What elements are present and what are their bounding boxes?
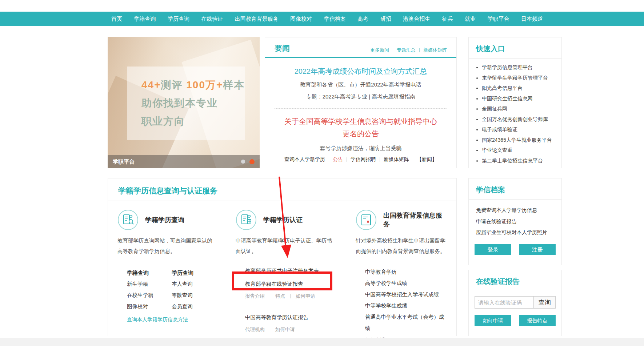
news-link[interactable]: 【新闻】	[417, 156, 437, 163]
nav-item-abroad-service[interactable]: 出国教育背景服务	[230, 12, 284, 26]
quick-link-xjxl-platform[interactable]: 学籍学历信息管理平台	[482, 62, 554, 73]
topics-link[interactable]: 专题汇总	[397, 47, 416, 53]
card2-title: 学籍学历认证	[263, 216, 303, 224]
nav-item-gaokao[interactable]: 高考	[352, 12, 373, 26]
card2-sublinks2: 代理机构 如何申请	[245, 326, 336, 333]
archive-line2: 申请在线验证报告	[476, 216, 554, 227]
separator	[290, 294, 291, 298]
nav-item-online-verify[interactable]: 在线验证	[196, 12, 228, 26]
quick-link-zhengbing-net[interactable]: 全国征兵网	[482, 104, 554, 114]
nav-item-image-check[interactable]: 图像校对	[285, 12, 317, 26]
agency-link[interactable]: 代理机构	[245, 326, 265, 333]
quick-link-intl-students[interactable]: 来华留学生学籍学历管理平台	[482, 73, 554, 83]
card3-link-list: 中等教育学历 高等学校学生成绩 中国高等学校招生入学考试成绩 中等学校学生成绩 …	[365, 266, 447, 334]
member-query-link[interactable]: 会员查询	[172, 301, 216, 312]
top-navbar: 首页 学籍查询 学历查询 在线验证 出国教育背景服务 图像校对 学信档案 高考 …	[0, 12, 644, 26]
announcement-link[interactable]: 公告	[333, 156, 343, 163]
nav-item-zhengbing[interactable]: 征兵	[437, 12, 458, 26]
news-item1-line2[interactable]: 专题：2022年高考选专业 | 高考志愿填报指南	[265, 93, 456, 100]
secondary-edu-record-link[interactable]: 中等教育学历	[365, 266, 447, 278]
news-item2-title[interactable]: 关于全国高等学校学生信息咨询与就业指导中心 更名的公告	[265, 115, 456, 140]
nav-item-jiuye[interactable]: 就业	[460, 12, 481, 26]
quick-link-24365-jobs[interactable]: 国家24365大学生就业服务平台	[482, 135, 554, 145]
quick-link-transcript-verify[interactable]: 电子成绩单验证	[482, 124, 554, 135]
nav-menu: 首页 学籍查询 学历查询 在线验证 出国教育背景服务 图像校对 学信档案 高考 …	[106, 12, 644, 26]
dotted-divider	[236, 261, 336, 261]
quick-link-yangguang-gaokao[interactable]: 阳光高考信息平台	[482, 83, 554, 93]
carousel-dot-1[interactable]	[241, 160, 245, 164]
carousel-headline: 44+测评 100万+样本	[141, 76, 245, 94]
more-news-link[interactable]: 更多新闻	[370, 47, 389, 53]
register-button[interactable]: 注册	[519, 244, 556, 255]
news-header: 要闻 更多新闻 专题汇总 新媒体矩阵	[265, 37, 456, 58]
services-title: 学籍学历信息查询与认证服务	[108, 178, 456, 201]
self-query-link[interactable]: 本人查询	[172, 278, 216, 290]
secondary-school-score-link[interactable]: 中等学校学生成绩	[365, 300, 447, 311]
separator	[270, 294, 270, 298]
xueji-query-column: 学籍查询 新生学籍 在校生学籍 图像校对	[127, 267, 172, 312]
divider	[469, 291, 561, 291]
nav-item-japan[interactable]: 日本频道	[516, 12, 548, 26]
news-item2-title-line2: 更名的公告	[265, 128, 456, 140]
verify-code-input[interactable]	[475, 296, 533, 309]
features-link[interactable]: 特点	[275, 293, 285, 299]
carousel-caption-label: 学职平台	[113, 155, 135, 168]
login-button[interactable]: 登录	[475, 244, 511, 255]
quick-link-second-degree[interactable]: 第二学士学位招生信息平台	[482, 156, 554, 166]
newmedia-link[interactable]: 新媒体矩阵	[423, 47, 447, 53]
carousel-dot-2-active[interactable]	[249, 159, 255, 164]
card3-head: 出国教育背景信息服务	[356, 209, 447, 230]
query-method-link[interactable]: 查询本人学籍学历信息方法	[127, 317, 216, 323]
enrolled-record-link[interactable]: 在校生学籍	[127, 290, 172, 301]
quick-entry-title: 快速入口	[469, 37, 561, 58]
higher-edu-renzheng-report-link[interactable]: 中国高等教育学历认证报告	[245, 314, 336, 321]
how-to-apply-link[interactable]: 如何申请	[275, 326, 295, 333]
news-item1-title[interactable]: 2022年高考成绩公布时间及查询方式汇总	[265, 67, 456, 76]
news-item2-line1[interactable]: 套号学历涉嫌违法，谨防上当受骗	[265, 145, 456, 152]
query-own-record-link[interactable]: 查询本人学籍学历	[284, 156, 325, 163]
quick-link-thesis-check[interactable]: 毕业论文查重	[482, 145, 554, 156]
card1-link-grid: 学籍查询 新生学籍 在校生学籍 图像校对 学历查询 本人查询 零散查询 会员查询	[127, 267, 216, 312]
xueji-query-header: 学籍查询	[127, 267, 172, 278]
separator	[270, 327, 270, 332]
news-item1-line1[interactable]: 教育部和各省（区、市）开通2022年高考举报电话	[265, 81, 456, 88]
freshman-record-link[interactable]: 新生学籍	[127, 278, 172, 290]
news-item2-title-line1: 关于全国高等学校学生信息咨询与就业指导中心	[265, 115, 456, 128]
chsi-archive-panel: 学信档案 免费查询本人学籍学历信息 申请在线验证报告 应届毕业生可校对本人学历照…	[468, 178, 562, 265]
chsi-jobs-link[interactable]: 学信网招聘	[351, 156, 376, 163]
carousel-caption-bar: 学职平台	[108, 155, 260, 168]
carousel-line3: 职业方向	[141, 112, 245, 130]
nav-item-xuezhi[interactable]: 学职平台	[482, 12, 514, 26]
image-check-link[interactable]: 图像校对	[127, 301, 172, 312]
how-to-apply-button[interactable]: 如何申请	[475, 315, 511, 326]
nav-item-xueji-query[interactable]: 学籍查询	[129, 12, 161, 26]
verify-title: 在线验证报告	[469, 270, 561, 291]
verify-search-button[interactable]: 查询	[533, 296, 556, 309]
quick-entry-list: 学籍学历信息管理平台 来华留学生学籍学历管理平台 阳光高考信息平台 中国研究生招…	[482, 62, 554, 166]
nav-item-xueli-query[interactable]: 学历查询	[163, 12, 195, 26]
report-intro-link[interactable]: 报告介绍	[245, 293, 265, 299]
dotted-divider	[275, 108, 447, 109]
nav-item-chsi-archive[interactable]: 学信档案	[319, 12, 351, 26]
nav-item-yanzhao[interactable]: 研招	[375, 12, 396, 26]
entrance-exam-score-link[interactable]: 中国高等学校招生入学考试成绩	[365, 289, 447, 300]
college-transcript-link[interactable]: 高等学校学生成绩	[365, 278, 447, 289]
certificate-seal-icon	[356, 209, 377, 230]
divider	[469, 199, 561, 200]
separator	[419, 48, 420, 52]
nav-item-gangaotai[interactable]: 港澳台招生	[398, 12, 435, 26]
archive-line3: 应届毕业生可校对本人学历照片	[476, 227, 554, 238]
scattered-query-link[interactable]: 零散查询	[172, 290, 216, 301]
how-to-apply-link[interactable]: 如何申请	[296, 293, 315, 299]
huikao-score-link[interactable]: 普通高中学业水平考试（会考）成绩	[365, 311, 447, 334]
carousel-line2: 助你找到本专业	[141, 94, 245, 112]
newmedia-matrix-link[interactable]: 新媒体矩阵	[384, 156, 409, 163]
report-features-button[interactable]: 报告特点	[519, 315, 556, 326]
nav-item-home[interactable]: 首页	[106, 12, 127, 26]
xueji-online-verify-report-link[interactable]: 教育部学籍在线验证报告	[245, 281, 336, 287]
quick-link-yanzhao-net[interactable]: 中国研究生招生信息网	[482, 93, 554, 104]
quick-link-mentor-db[interactable]: 全国万名优秀创新创业导师库	[482, 114, 554, 125]
registration-record-form-link[interactable]: 教育部学历证书电子注册备案表	[245, 267, 336, 274]
carousel-panel[interactable]: 44+测评 100万+样本 助你找到本专业 职业方向 学职平台	[108, 37, 260, 168]
card-xueji-xueli-query: 学籍学历查询 教育部学历查询网站，可查询国家承认的高等教育学籍学历信息。 学籍查…	[108, 201, 226, 336]
